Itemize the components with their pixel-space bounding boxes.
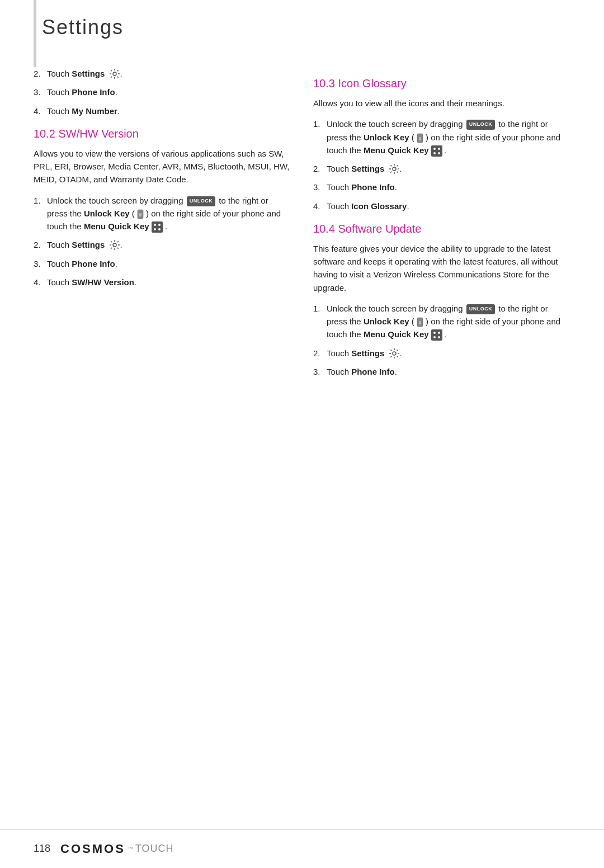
list-content: Touch Settings . xyxy=(47,238,122,251)
list-number: 3. xyxy=(313,181,327,194)
svg-point-11 xyxy=(438,148,440,150)
bold-text: Phone Info xyxy=(351,182,395,192)
list-item-3-sw: 3. Touch Phone Info. xyxy=(313,365,570,378)
brand-logo: COSMOS™ TOUCH xyxy=(60,842,173,856)
section-heading-10-3: 10.3 Icon Glossary xyxy=(313,77,570,90)
list-content: Touch Icon Glossary. xyxy=(327,200,409,213)
bold-text: Settings xyxy=(72,69,105,78)
bold-text: My Number xyxy=(72,106,117,116)
bold-text: Icon Glossary xyxy=(351,201,407,211)
svg-point-14 xyxy=(393,167,396,171)
list-number: 3. xyxy=(313,365,327,378)
list-item-2-sw: 2. Touch Settings . xyxy=(313,347,570,360)
phone-key-icon xyxy=(137,209,144,219)
left-accent-bar xyxy=(34,0,36,67)
bold-text: Phone Info xyxy=(351,367,395,376)
svg-rect-16 xyxy=(419,321,421,324)
list-item-1-sw: 1. Unlock the touch screen by dragging U… xyxy=(313,302,570,341)
list-content: Touch SW/HW Version. xyxy=(47,276,136,289)
list-item-1: 1. Unlock the touch screen by dragging U… xyxy=(313,117,570,157)
bold-text: Phone Info xyxy=(72,259,115,268)
svg-point-18 xyxy=(438,332,440,334)
phone-key-icon xyxy=(417,317,423,327)
list-number: 1. xyxy=(313,302,327,341)
list-content: Touch Settings . xyxy=(327,162,402,175)
brand-trademark: ™ xyxy=(128,846,133,852)
list-item-3: 3. Touch Phone Info. xyxy=(34,257,291,270)
bold-text: Unlock Key xyxy=(364,133,409,142)
svg-point-6 xyxy=(158,228,161,230)
bold-text: SW/HW Version xyxy=(72,277,134,287)
bold-text: Phone Info xyxy=(72,87,115,97)
bold-text: Unlock Key xyxy=(364,317,409,326)
list-item-1: 1. Unlock the touch screen by dragging U… xyxy=(34,194,291,233)
svg-point-7 xyxy=(113,243,116,247)
list-item-4: 4. Touch SW/HW Version. xyxy=(34,276,291,289)
list-number: 4. xyxy=(34,276,47,289)
page-number: 118 xyxy=(34,843,50,855)
unlock-badge: UNLOCK xyxy=(466,120,496,130)
list-content: Touch Phone Info. xyxy=(47,86,117,98)
list-number: 4. xyxy=(313,200,327,213)
svg-rect-2 xyxy=(139,213,141,216)
list-content: Unlock the touch screen by dragging UNLO… xyxy=(327,302,570,341)
brand-touch: TOUCH xyxy=(135,843,174,855)
page-container: Settings 2. Touch Settings . 3. Touch Ph… xyxy=(0,0,604,868)
svg-point-17 xyxy=(433,332,436,334)
svg-point-10 xyxy=(433,148,436,150)
footer: 118 COSMOS™ TOUCH xyxy=(0,829,604,868)
section-description: Allows you to view all the icons and the… xyxy=(313,97,570,110)
content-area: 2. Touch Settings . 3. Touch Phone Info.… xyxy=(34,62,570,823)
list-content: Touch Phone Info. xyxy=(327,181,397,194)
page-title: Settings xyxy=(42,16,124,39)
brand-name: COSMOS xyxy=(60,842,125,856)
list-number: 2. xyxy=(313,347,327,360)
list-number: 2. xyxy=(313,162,327,175)
svg-point-12 xyxy=(433,152,436,154)
svg-point-13 xyxy=(438,152,440,154)
list-item: 4. Touch My Number. xyxy=(34,105,291,117)
list-item: 3. Touch Phone Info. xyxy=(34,86,291,98)
svg-point-0 xyxy=(113,72,116,76)
list-number: 2. xyxy=(34,238,47,251)
phone-key-icon xyxy=(417,133,423,143)
list-number: 2. xyxy=(34,67,47,80)
bold-text: Settings xyxy=(351,348,384,358)
svg-point-5 xyxy=(154,228,156,230)
list-content: Unlock the touch screen by dragging UNLO… xyxy=(327,117,570,157)
svg-point-3 xyxy=(154,224,156,226)
menu-quick-key-icon xyxy=(431,145,442,157)
settings-icon xyxy=(389,163,400,174)
settings-icon xyxy=(109,239,120,251)
list-item-3: 3. Touch Phone Info. xyxy=(313,181,570,194)
unlock-badge: UNLOCK xyxy=(187,196,216,206)
section-description: This feature gives your device the abili… xyxy=(313,242,570,294)
section-heading-10-2: 10.2 SW/HW Version xyxy=(34,128,291,140)
left-column: 2. Touch Settings . 3. Touch Phone Info.… xyxy=(34,62,291,823)
unlock-badge: UNLOCK xyxy=(466,304,496,314)
list-number: 1. xyxy=(34,194,47,233)
menu-quick-key-icon xyxy=(152,221,163,233)
section-heading-10-4: 10.4 Software Update xyxy=(313,223,570,235)
settings-icon xyxy=(109,68,120,79)
svg-point-20 xyxy=(438,336,440,338)
list-content: Touch Phone Info. xyxy=(47,257,117,270)
list-number: 4. xyxy=(34,105,47,117)
right-column: 10.3 Icon Glossary Allows you to view al… xyxy=(313,62,570,823)
bold-text: Menu Quick Key xyxy=(364,145,429,155)
bold-text: Settings xyxy=(72,240,105,249)
list-content: Touch My Number. xyxy=(47,105,120,117)
list-item: 2. Touch Settings . xyxy=(34,67,291,80)
list-content: Touch Settings . xyxy=(327,347,402,360)
bold-text: Settings xyxy=(351,164,384,173)
list-content: Touch Settings . xyxy=(47,67,122,80)
svg-rect-9 xyxy=(419,137,421,140)
section-description: Allows you to view the versions of vario… xyxy=(34,147,291,186)
list-number: 1. xyxy=(313,117,327,157)
bold-text: Menu Quick Key xyxy=(364,329,429,339)
list-number: 3. xyxy=(34,86,47,98)
menu-quick-key-icon xyxy=(431,329,442,341)
bold-text: Menu Quick Key xyxy=(84,221,149,231)
bold-text: Unlock Key xyxy=(84,209,130,218)
svg-point-21 xyxy=(393,352,396,355)
